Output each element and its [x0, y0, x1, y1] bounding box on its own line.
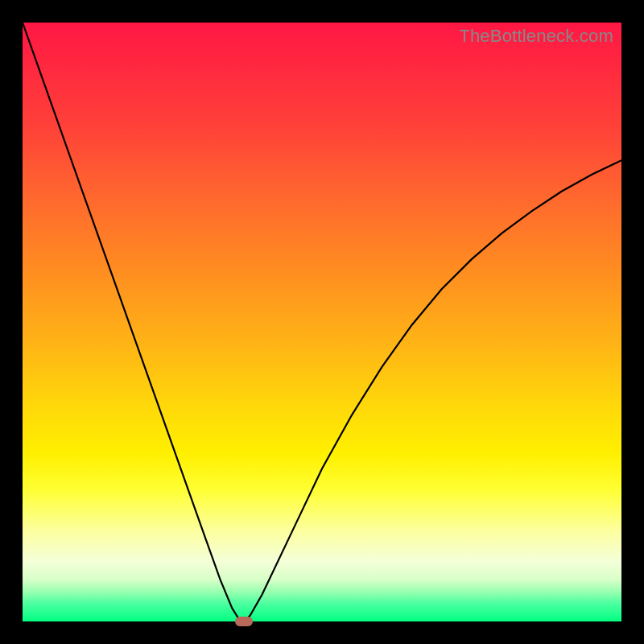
chart-frame: TheBottleneck.com [0, 0, 644, 644]
optimal-point-marker [235, 617, 253, 626]
bottleneck-curve [23, 23, 621, 621]
chart-plot-area: TheBottleneck.com [23, 23, 621, 621]
